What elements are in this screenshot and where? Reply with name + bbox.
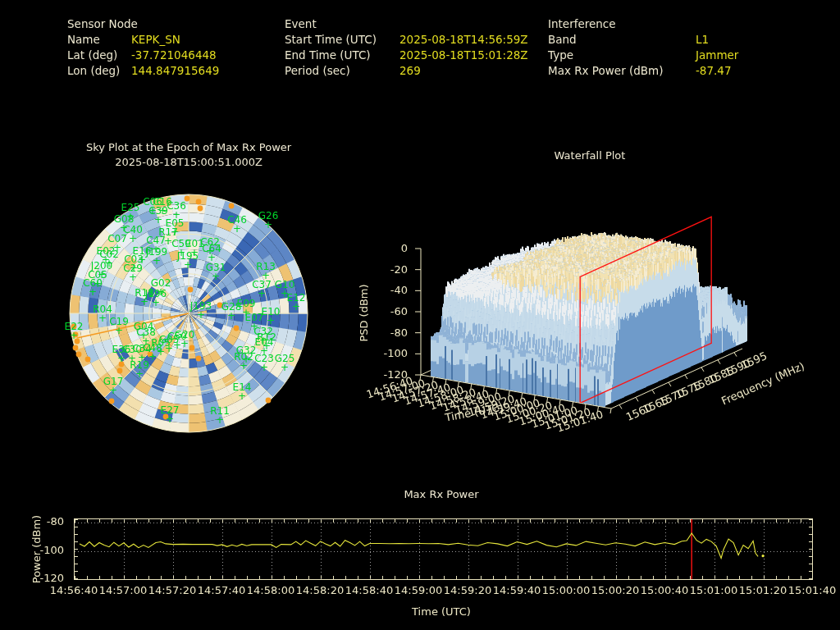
field-label: Name — [67, 32, 131, 48]
field-value: Jammer — [696, 48, 738, 63]
satellite-marker: + — [292, 301, 300, 313]
satellite-marker: + — [233, 223, 241, 235]
satellite-marker: + — [227, 310, 235, 322]
satellite-marker: + — [152, 297, 160, 308]
satellite-marker: + — [216, 414, 224, 426]
satellite-marker: + — [197, 309, 205, 321]
sensor-node-section: Sensor Node NameKEPK_SN Lat (deg)-37.721… — [67, 16, 219, 79]
satellite-marker: + — [138, 352, 146, 363]
section-title: Event — [285, 16, 528, 32]
satellite-marker: + — [212, 271, 220, 282]
series-end-dot — [761, 555, 764, 557]
satellite-marker: + — [180, 338, 189, 349]
field-label: Max Rx Power (dBm) — [548, 63, 696, 79]
satellite-marker: + — [115, 325, 123, 336]
satellite-marker: + — [129, 272, 137, 283]
field-value: 269 — [399, 63, 421, 79]
power-plot-box — [74, 518, 813, 580]
satellite-marker: + — [70, 330, 78, 341]
field-label: End Time (UTC) — [285, 48, 399, 63]
power-series-line — [80, 533, 758, 559]
field-label: Start Time (UTC) — [285, 32, 399, 48]
satellite-marker: + — [184, 259, 192, 271]
field-label: Lon (deg) — [67, 63, 131, 79]
field-value: -87.47 — [696, 63, 732, 79]
satellite-marker: + — [238, 390, 246, 402]
satellite-marker: + — [128, 353, 136, 364]
power-plot-title: Max Rx Power — [318, 488, 564, 500]
field-value: 2025-08-18T15:01:28Z — [399, 48, 528, 63]
field-label: Lat (deg) — [67, 48, 131, 63]
skyplot-area: E25+C06+C16+C36+C46+G26+G08+C40+C07+C39+… — [66, 190, 312, 436]
satellite-marker: + — [154, 214, 162, 226]
section-title: Sensor Node — [67, 16, 219, 32]
power-series-plot — [75, 519, 812, 579]
satellite-marker: + — [135, 368, 144, 380]
satellite-marker: + — [267, 315, 275, 326]
field-value: 2025-08-18T14:56:59Z — [399, 32, 528, 48]
waterfall-psd-axis-label: PSD (dBm) — [358, 281, 370, 346]
field-value: 144.847915649 — [131, 63, 219, 79]
satellite-marker: + — [240, 360, 248, 372]
satellite-marker: + — [129, 233, 137, 244]
field-value: -37.721046448 — [131, 48, 217, 63]
satellite-marker: + — [153, 255, 161, 267]
skyplot-subtitle: 2025-08-18T15:00:51.000Z — [66, 156, 312, 168]
satellite-marker: + — [165, 343, 173, 354]
satellite-marker: + — [281, 362, 289, 373]
satellite-marker: + — [148, 351, 157, 363]
event-section: Event Start Time (UTC)2025-08-18T14:56:5… — [285, 16, 528, 79]
field-label: Period (sec) — [285, 63, 399, 79]
satellite-marker: + — [166, 413, 174, 425]
power-y-axis-label: Power (dBm) — [30, 510, 43, 589]
satellite-marker: + — [264, 219, 272, 231]
power-x-axis-label: Time (UTC) — [318, 605, 564, 618]
field-value: KEPK_SN — [131, 32, 180, 48]
interference-section: Interference BandL1 TypeJammer Max Rx Po… — [548, 16, 738, 79]
field-value: L1 — [696, 32, 709, 48]
field-label: Type — [548, 48, 696, 63]
satellite-marker: + — [89, 286, 97, 298]
satellite-marker: + — [98, 313, 107, 324]
satellite-marker: + — [260, 362, 268, 373]
waterfall-title: Waterfall Plot — [524, 149, 655, 162]
skyplot-title: Sky Plot at the Epoch of Max Rx Power — [66, 141, 312, 153]
app-window: Sensor Node NameKEPK_SN Lat (deg)-37.721… — [0, 0, 840, 630]
satellite-marker: + — [258, 288, 266, 299]
field-label: Band — [548, 32, 696, 48]
section-title: Interference — [548, 16, 738, 32]
satellite-marker: + — [109, 385, 117, 396]
